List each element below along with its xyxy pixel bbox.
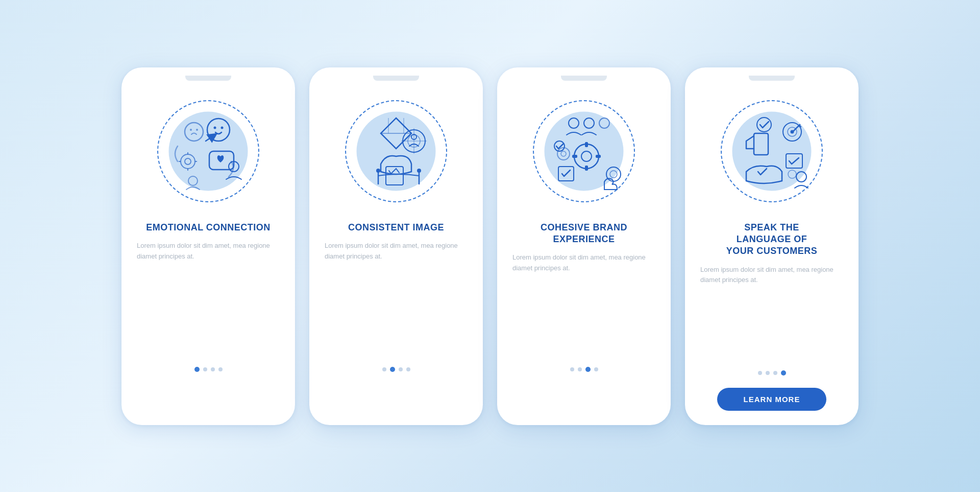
consistent-image-icon xyxy=(350,105,442,197)
svg-rect-35 xyxy=(596,155,601,158)
svg-point-10 xyxy=(188,176,198,185)
svg-point-26 xyxy=(569,118,579,128)
dot-2 xyxy=(203,367,207,371)
dot-3 xyxy=(585,367,591,372)
svg-point-49 xyxy=(796,172,806,182)
phone-1: EMOTIONAL CONNECTION Lorem ipsum dolor s… xyxy=(121,67,295,425)
svg-point-40 xyxy=(561,151,566,156)
svg-rect-21 xyxy=(386,167,403,185)
svg-rect-41 xyxy=(754,133,768,155)
dot-4 xyxy=(406,367,410,371)
phone-notch-3 xyxy=(561,76,607,81)
dot-3 xyxy=(211,367,215,371)
dot-4 xyxy=(594,367,598,371)
speak-language-icon xyxy=(726,105,818,197)
illustration-emotional xyxy=(152,90,264,213)
phone-3-dots xyxy=(570,367,598,372)
dot-1 xyxy=(382,367,386,371)
svg-point-50 xyxy=(788,170,796,178)
phone-notch-2 xyxy=(373,76,419,81)
phone-1-body: Lorem ipsum dolor sit dim amet, mea regi… xyxy=(137,241,280,262)
dot-2 xyxy=(390,367,395,372)
svg-point-2 xyxy=(221,126,224,129)
learn-more-button[interactable]: LEARN MORE xyxy=(717,388,827,411)
dot-4 xyxy=(781,370,786,376)
svg-rect-33 xyxy=(585,166,588,171)
svg-point-30 xyxy=(574,144,599,169)
phone-4-dots xyxy=(758,370,786,376)
svg-point-23 xyxy=(376,169,380,173)
svg-point-1 xyxy=(214,126,216,129)
phone-4-title: SPEAK THE LANGUAGE OF YOUR CUSTOMERS xyxy=(726,222,818,257)
svg-point-28 xyxy=(599,118,609,128)
dot-3 xyxy=(773,371,777,375)
dot-4 xyxy=(218,367,223,371)
cohesive-brand-icon xyxy=(538,105,630,197)
svg-point-8 xyxy=(185,158,191,165)
dot-2 xyxy=(766,371,770,375)
phone-1-title: EMOTIONAL CONNECTION xyxy=(146,222,271,233)
svg-point-47 xyxy=(757,118,771,132)
dot-1 xyxy=(758,371,762,375)
svg-rect-34 xyxy=(572,155,577,158)
svg-point-31 xyxy=(581,151,592,161)
phone-4-body: Lorem ipsum dolor sit dim amet, mea regi… xyxy=(700,265,843,286)
phone-3: COHESIVE BRAND EXPERIENCE Lorem ipsum do… xyxy=(497,67,671,425)
phone-notch-4 xyxy=(749,76,795,81)
svg-point-5 xyxy=(196,129,198,131)
svg-rect-32 xyxy=(585,142,588,147)
phones-container: EMOTIONAL CONNECTION Lorem ipsum dolor s… xyxy=(121,67,859,425)
phone-2-dots xyxy=(382,367,410,372)
svg-point-3 xyxy=(185,123,203,141)
phone-1-dots xyxy=(194,367,223,372)
phone-4: SPEAK THE LANGUAGE OF YOUR CUSTOMERS Lor… xyxy=(685,67,859,425)
svg-point-38 xyxy=(610,171,617,178)
svg-point-7 xyxy=(181,154,195,169)
phone-3-title: COHESIVE BRAND EXPERIENCE xyxy=(511,222,656,246)
dot-1 xyxy=(570,367,574,371)
phone-2-body: Lorem ipsum dolor sit dim amet, mea regi… xyxy=(325,241,468,262)
illustration-consistent xyxy=(340,90,452,213)
dot-1 xyxy=(194,367,200,372)
phone-3-body: Lorem ipsum dolor sit dim amet, mea regi… xyxy=(512,252,655,274)
emotional-connection-icon xyxy=(162,105,254,197)
dot-3 xyxy=(399,367,403,371)
svg-point-4 xyxy=(190,129,192,131)
illustration-cohesive xyxy=(528,90,640,213)
phone-notch xyxy=(185,76,231,81)
phone-2: CONSISTENT IMAGE Lorem ipsum dolor sit d… xyxy=(309,67,483,425)
svg-point-27 xyxy=(584,118,594,128)
svg-point-37 xyxy=(606,167,621,181)
phone-2-title: CONSISTENT IMAGE xyxy=(348,222,444,233)
illustration-speak xyxy=(716,90,828,213)
dot-2 xyxy=(578,367,582,371)
svg-point-25 xyxy=(417,169,421,173)
